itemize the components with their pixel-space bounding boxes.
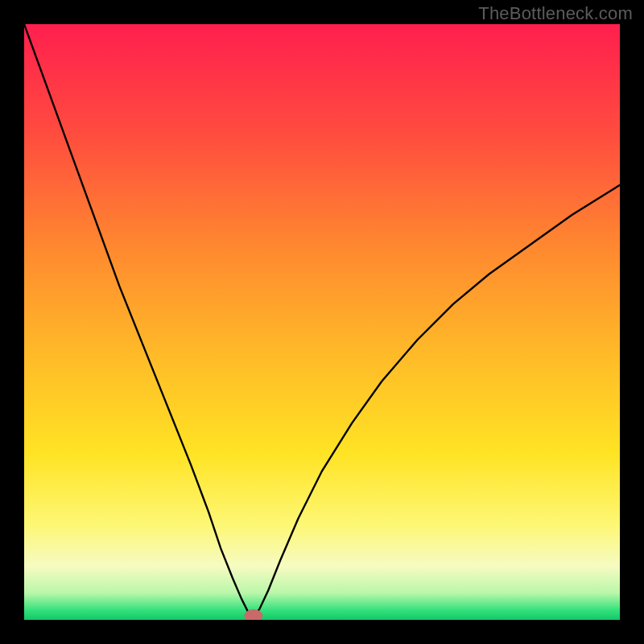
plot-area: [24, 24, 620, 620]
chart-frame: TheBottleneck.com: [0, 0, 644, 644]
watermark-text: TheBottleneck.com: [478, 3, 633, 24]
gradient-background: [24, 24, 620, 620]
plot-svg: [24, 24, 620, 620]
optimum-marker: [245, 609, 262, 620]
